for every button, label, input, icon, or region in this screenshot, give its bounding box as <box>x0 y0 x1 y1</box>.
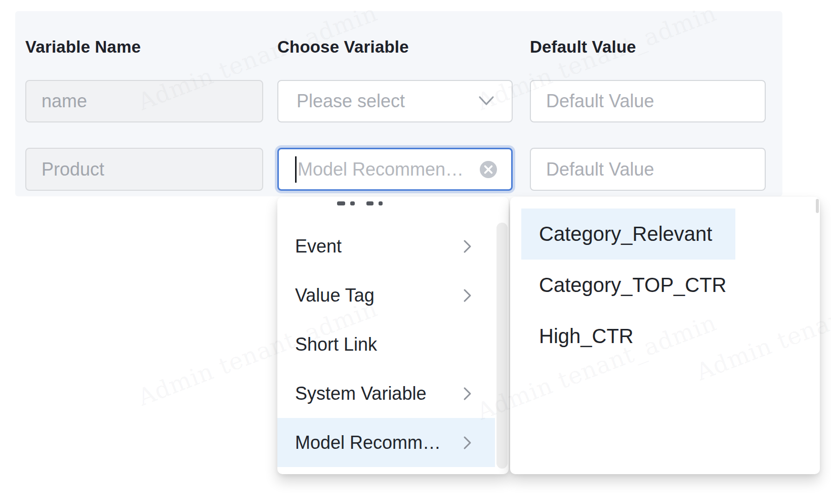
submenu-item-label: Category_Relevant <box>539 223 712 245</box>
clipped-menu-item <box>337 201 418 206</box>
variable-name-input[interactable] <box>25 80 263 122</box>
default-value-input[interactable] <box>530 148 766 191</box>
menu-item-system-variable[interactable]: System Variable <box>277 369 495 418</box>
menu-item-label: Model Recomm… <box>295 432 441 453</box>
select-placeholder: Please select <box>297 91 478 112</box>
chevron-right-icon <box>463 435 472 450</box>
menu-item-label: System Variable <box>295 383 426 404</box>
default-value-label: Default Value <box>530 37 636 57</box>
menu-item-label: Event <box>295 236 342 257</box>
submenu-item-high-ctr[interactable]: High_CTR <box>521 311 735 362</box>
variable-name-label: Variable Name <box>25 37 141 57</box>
submenu-item-category-relevant[interactable]: Category_Relevant <box>521 208 735 260</box>
variable-name-input[interactable] <box>25 148 263 191</box>
menu-item-model-recommend[interactable]: Model Recomm… <box>277 418 495 467</box>
menu-item-label: Short Link <box>295 334 377 355</box>
scrollbar-thumb[interactable] <box>496 223 508 469</box>
choose-variable-select-focused[interactable]: Model Recommen… <box>277 148 513 191</box>
scrollbar-thumb[interactable] <box>816 199 819 213</box>
page: Admin tenant_admin Admin tenant_admin Ad… <box>0 0 831 504</box>
submenu-item-category-top-ctr[interactable]: Category_TOP_CTR <box>521 260 735 311</box>
menu-item-value-tag[interactable]: Value Tag <box>277 271 495 320</box>
default-value-input[interactable] <box>530 80 766 122</box>
menu-item-event[interactable]: Event <box>277 222 495 271</box>
selected-value-text: Model Recommen… <box>298 159 479 180</box>
chevron-down-icon <box>478 96 494 107</box>
variable-form-panel: Variable Name Choose Variable Default Va… <box>15 11 782 196</box>
choose-variable-label: Choose Variable <box>277 37 409 57</box>
variable-options-menu: Category_Relevant Category_TOP_CTR High_… <box>510 197 820 474</box>
submenu-item-label: High_CTR <box>539 325 634 348</box>
menu-item-short-link[interactable]: Short Link <box>277 320 495 369</box>
submenu-item-label: Category_TOP_CTR <box>539 274 727 297</box>
chevron-right-icon <box>463 239 472 254</box>
chevron-right-icon <box>463 386 472 401</box>
chevron-right-icon <box>463 288 472 303</box>
menu-item-label: Value Tag <box>295 285 375 306</box>
variable-type-menu: Event Value Tag Short Link System Variab… <box>277 197 509 474</box>
text-caret <box>295 156 297 183</box>
clear-icon[interactable] <box>479 160 498 179</box>
choose-variable-select[interactable]: Please select <box>277 80 513 122</box>
